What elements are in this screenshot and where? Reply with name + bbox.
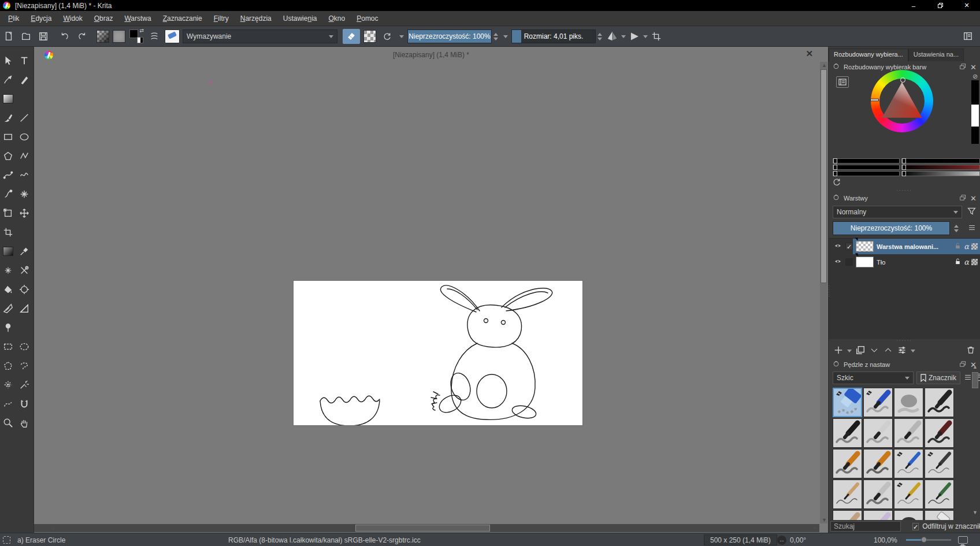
menu-item-narzędzia[interactable]: Narzędzia: [235, 12, 277, 25]
brush-preset-cell[interactable]: [925, 388, 954, 417]
background-color[interactable]: [137, 37, 143, 43]
layer-name[interactable]: Tło: [877, 259, 951, 266]
scroll-right-icon[interactable]: ▶: [813, 525, 817, 531]
ellipse-select-tool-button[interactable]: [17, 340, 32, 354]
wand-select-tool-button[interactable]: [17, 378, 32, 392]
move-layer-down-button[interactable]: [869, 346, 879, 356]
history-swatch[interactable]: [971, 127, 979, 144]
canvas-area[interactable]: [Niezapisany] (1,4 MiB) * ✕: [34, 47, 828, 533]
brush-preset-cell[interactable]: [894, 480, 923, 509]
lasso-select-tool-button[interactable]: [17, 359, 32, 373]
transform-tool-button[interactable]: [1, 206, 16, 220]
channel-slider[interactable]: [833, 171, 900, 176]
pattern-swatch-button[interactable]: [113, 30, 125, 43]
float-docker-icon[interactable]: [959, 361, 967, 369]
lock-icon[interactable]: [832, 63, 840, 72]
polygon-select-tool-button[interactable]: [1, 359, 16, 373]
assistants-tool-button[interactable]: [1, 302, 16, 315]
docker-resize-handle[interactable]: ······: [827, 285, 830, 296]
calligraphy-tool-button[interactable]: [17, 73, 32, 87]
scroll-left-icon[interactable]: ◀: [50, 525, 54, 531]
blend-mode-dropdown[interactable]: Normalny: [833, 206, 962, 218]
color-selector[interactable]: ⊘: [829, 73, 980, 157]
menu-item-filtry[interactable]: Filtry: [208, 12, 235, 25]
brush-preset-cell[interactable]: [894, 388, 923, 417]
size-slider[interactable]: Rozmiar: 4,01 piks.: [511, 29, 596, 43]
rect-select-tool-button[interactable]: [1, 340, 16, 354]
move-layer-up-button[interactable]: [883, 346, 893, 356]
channel-slider[interactable]: [901, 171, 980, 176]
gradient-edit-tool-button[interactable]: [1, 92, 16, 106]
duplicate-layer-button[interactable]: [855, 345, 866, 357]
magnet-select-tool-button[interactable]: [17, 397, 32, 411]
history-swatch[interactable]: [971, 80, 979, 105]
history-swatch[interactable]: [971, 105, 979, 127]
smart-patch-tool-button[interactable]: [17, 263, 32, 277]
float-docker-icon[interactable]: [959, 194, 967, 202]
brush-presets-list-button[interactable]: [147, 29, 162, 44]
channel-slider[interactable]: [901, 158, 980, 164]
undo-button[interactable]: [57, 29, 72, 44]
layer-row-background[interactable]: ✓ Tło α: [829, 254, 980, 270]
visibility-eye-icon[interactable]: [833, 242, 842, 251]
pan-tool-tool-button[interactable]: [17, 416, 32, 430]
brush-preset-cell[interactable]: [833, 449, 862, 478]
polyline-tool-button[interactable]: [17, 149, 32, 163]
layer-checkbox[interactable]: ✓: [845, 243, 853, 250]
vertical-scroll-thumb[interactable]: [821, 69, 827, 283]
freehand-brush-tool-button[interactable]: [1, 111, 16, 125]
menu-item-warstwa[interactable]: Warstwa: [118, 12, 157, 25]
new-document-button[interactable]: [1, 29, 16, 44]
brush-editor-button[interactable]: [165, 29, 180, 43]
trim-to-image-button[interactable]: [649, 29, 664, 44]
menu-item-widok[interactable]: Widok: [57, 12, 88, 25]
chevron-down-icon[interactable]: [847, 350, 852, 352]
brush-preset-cell[interactable]: [925, 418, 954, 448]
mirror-horizontal-button[interactable]: [605, 29, 620, 44]
rectangle-tool-button[interactable]: [1, 130, 16, 144]
channel-slider[interactable]: [833, 158, 900, 164]
workspace-chooser-button[interactable]: [960, 29, 975, 44]
opacity-spinner[interactable]: [492, 33, 500, 40]
layer-name[interactable]: Warstwa malowani...: [877, 243, 951, 250]
tag-filter-dropdown[interactable]: Szkic: [833, 372, 914, 384]
add-layer-button[interactable]: [833, 345, 844, 357]
rotation-icon[interactable]: [777, 536, 786, 545]
redo-button[interactable]: [75, 29, 90, 44]
horizontal-scroll-thumb[interactable]: [355, 525, 490, 532]
layer-filter-icon[interactable]: [967, 206, 977, 218]
open-document-button[interactable]: [18, 29, 34, 44]
menu-item-ustawienia[interactable]: Ustawienia: [277, 12, 323, 25]
brush-preset-cell[interactable]: [833, 388, 862, 417]
minimize-button[interactable]: –: [900, 0, 927, 11]
tag-button[interactable]: Znacznik: [916, 372, 960, 384]
line-tool-button[interactable]: [17, 111, 32, 125]
enclose-fill-tool-button[interactable]: [17, 283, 32, 296]
chevron-down-icon[interactable]: [911, 350, 915, 352]
filter-checkbox[interactable]: ✓: [912, 523, 919, 530]
multibrush-tool-button[interactable]: [17, 187, 32, 201]
menu-item-zaznaczanie[interactable]: Zaznaczanie: [157, 12, 208, 25]
presets-scrollbar[interactable]: ▲ ▼: [971, 364, 979, 515]
opacity-slider[interactable]: Nieprzezroczystość: 100%: [407, 29, 492, 43]
brush-preset-cell[interactable]: [894, 418, 923, 448]
close-docker-icon[interactable]: ✕: [970, 63, 977, 72]
locked-icon[interactable]: [954, 258, 962, 267]
scroll-up-icon[interactable]: ▲: [972, 364, 978, 370]
menu-item-edycja[interactable]: Edycja: [25, 12, 57, 25]
brush-preset-cell[interactable]: [833, 480, 862, 509]
zoom-tool-tool-button[interactable]: [1, 416, 16, 430]
fill-bucket-tool-button[interactable]: [1, 283, 16, 296]
lock-icon[interactable]: [832, 194, 840, 203]
visibility-eye-icon[interactable]: [833, 258, 842, 267]
layer-checkbox[interactable]: ✓: [845, 258, 853, 266]
canvas-horizontal-scrollbar[interactable]: ◀ ▶: [34, 524, 819, 532]
pattern-fill-tool-button[interactable]: [1, 263, 16, 277]
transform-shape-tool-button[interactable]: [1, 54, 16, 68]
float-docker-icon[interactable]: [959, 63, 967, 71]
alpha-icon[interactable]: α: [964, 258, 969, 266]
ellipse-tool-button[interactable]: [17, 130, 32, 144]
menu-item-pomoc[interactable]: Pomoc: [351, 12, 384, 25]
brush-preset-cell[interactable]: [863, 418, 893, 448]
foreground-background-colors[interactable]: ⇄: [129, 29, 144, 44]
